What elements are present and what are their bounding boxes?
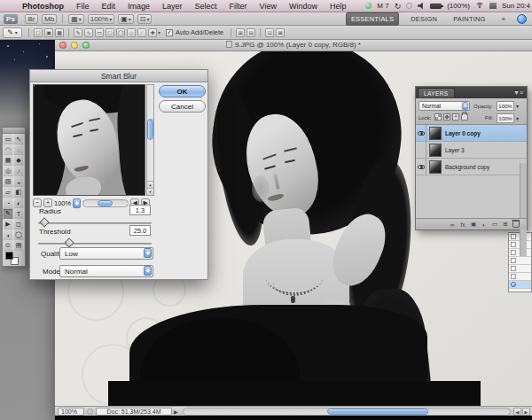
preview-hscroll-thumb[interactable] — [98, 200, 113, 206]
layer-style-icon[interactable]: fx — [459, 222, 466, 228]
layer-row-layer-0-copy[interactable]: Layer 0 copy — [416, 125, 527, 142]
layer-thumbnail[interactable] — [429, 144, 442, 157]
view-extras-button[interactable]: ▦▾ — [68, 14, 84, 24]
pen-option-icon[interactable]: ✎ — [74, 28, 82, 37]
preview-scroll-down-button[interactable]: ▼ — [147, 188, 153, 195]
fill-caret[interactable]: ▾ — [516, 115, 519, 121]
strip-item-active[interactable] — [509, 281, 531, 289]
radius-slider[interactable] — [38, 222, 152, 224]
menu-layer[interactable]: Layer — [156, 2, 189, 11]
panel-menu-icon[interactable]: ▼≡ — [513, 89, 527, 96]
battery-icon[interactable] — [430, 4, 442, 9]
menu-photoshop[interactable]: Photoshop — [16, 2, 70, 11]
menu-filter[interactable]: Filter — [223, 2, 254, 11]
lock-position-icon[interactable] — [452, 113, 459, 121]
menu-clock[interactable]: Sun 20:4 — [502, 2, 530, 10]
paths-mode-icon[interactable]: ▣ — [44, 28, 53, 37]
zoom-in-button[interactable]: + — [43, 198, 52, 207]
zoom-tool[interactable]: ⊙ — [3, 240, 13, 251]
lock-transparency-icon[interactable] — [434, 113, 442, 121]
blend-mode-popup[interactable]: Normal — [419, 101, 470, 111]
path-subtract-icon[interactable]: ⊟ — [246, 28, 255, 37]
status-zoom-field[interactable]: 100% — [58, 408, 84, 416]
zoom-level-dropdown[interactable]: 100%▾ — [88, 14, 114, 24]
line-shape-icon[interactable]: ∕ — [137, 28, 146, 37]
gradient-tool[interactable]: ◧ — [13, 187, 24, 198]
scroll-left-button[interactable]: ◀ — [513, 408, 521, 416]
preview-hscrollbar[interactable] — [82, 199, 129, 207]
volume-icon[interactable] — [418, 3, 425, 10]
fill-pixels-mode-icon[interactable]: ▩ — [55, 28, 64, 37]
layer-thumbnail[interactable] — [429, 127, 442, 140]
visibility-toggle[interactable] — [416, 142, 426, 158]
opacity-caret[interactable]: ▾ — [516, 103, 519, 109]
delete-layer-icon[interactable] — [512, 221, 520, 228]
rectangle-shape-icon[interactable]: ▭ — [95, 28, 104, 37]
horizontal-scrollbar-thumb[interactable] — [327, 408, 428, 415]
horizontal-scrollbar[interactable] — [183, 408, 511, 416]
strip-item[interactable] — [509, 257, 531, 265]
threshold-value-field[interactable]: 25.0 — [129, 225, 151, 236]
adjustment-layer-icon[interactable]: ◐ — [481, 222, 488, 228]
brush-tool[interactable]: ∕ — [13, 166, 24, 176]
ok-button[interactable]: OK — [159, 85, 206, 97]
workspace-design[interactable]: DESIGN — [406, 13, 442, 25]
dialog-title[interactable]: Smart Blur — [30, 70, 207, 82]
scroll-right-button[interactable]: ▶ — [522, 408, 530, 416]
preview-vertical-scrollbar[interactable]: ▲ ▼ — [146, 84, 154, 196]
workspace-essentials[interactable]: ESSENTIALS — [346, 12, 399, 26]
eraser-tool[interactable]: ▱ — [3, 187, 13, 198]
quick-select-tool[interactable]: ◌ — [13, 144, 24, 155]
preview-scroll-up-button[interactable]: ▲ — [147, 181, 153, 188]
mini-bridge-button[interactable]: Mb — [42, 14, 57, 24]
doc-size-field[interactable]: Doc: 51.3M/253.4M — [96, 408, 172, 416]
wifi-icon[interactable] — [475, 3, 484, 9]
screen-mode-button[interactable]: ⊡▾ — [137, 14, 153, 24]
preview-vscroll-thumb[interactable] — [147, 119, 153, 140]
link-layers-icon[interactable]: ∞ — [449, 222, 456, 228]
input-menu-label[interactable]: M 7 — [377, 2, 388, 10]
healing-brush-tool[interactable]: ◎ — [3, 166, 13, 176]
status-arrow-icon[interactable]: ▶ — [172, 408, 180, 415]
layers-scrollbar[interactable] — [520, 163, 527, 256]
eyedropper-tool[interactable]: ◆ — [13, 155, 24, 166]
tools-panel-header[interactable] — [3, 128, 25, 134]
path-add-icon[interactable]: ⊞ — [236, 28, 245, 37]
flag-menu-icon[interactable] — [489, 3, 497, 9]
shape-layers-mode-icon[interactable]: ▢ — [34, 28, 43, 37]
layer-row-background-copy[interactable]: Background copy — [416, 159, 527, 175]
zoom-out-button[interactable]: − — [33, 198, 42, 207]
clone-stamp-tool[interactable]: ▨ — [3, 176, 13, 187]
layer-mask-icon[interactable]: ▣ — [470, 221, 477, 228]
ghost-status-icon[interactable] — [406, 3, 412, 9]
threshold-slider[interactable] — [38, 243, 152, 245]
lock-pixels-icon[interactable] — [443, 113, 450, 121]
path-intersect-icon[interactable]: ⊡ — [265, 28, 274, 37]
sync-icon[interactable]: ↻ — [395, 2, 402, 11]
cancel-button[interactable]: Cancel — [159, 100, 206, 113]
menu-window[interactable]: Window — [283, 2, 324, 11]
menu-edit[interactable]: Edit — [96, 2, 122, 11]
opacity-value-field[interactable]: 100% — [497, 101, 514, 111]
freeform-pen-icon[interactable]: ∿ — [84, 28, 93, 37]
blur-tool[interactable]: ◔ — [3, 198, 13, 208]
type-tool[interactable]: T — [13, 208, 24, 219]
move-tool[interactable]: ↖ — [13, 134, 24, 144]
menu-select[interactable]: Select — [189, 2, 223, 11]
bridge-button[interactable]: Br — [25, 14, 38, 24]
filter-preview[interactable] — [33, 84, 145, 196]
ellipse-shape-icon[interactable]: ◯ — [116, 28, 125, 37]
path-select-tool[interactable]: ▶ — [3, 219, 13, 229]
workspace-painting[interactable]: PAINTING — [449, 13, 489, 25]
strip-item[interactable] — [509, 265, 531, 273]
custom-shape-icon[interactable]: ✚ — [148, 28, 157, 37]
zoom-stepper[interactable] — [73, 198, 81, 208]
rotate-view-tool[interactable]: ◯ — [13, 229, 24, 240]
rounded-rect-shape-icon[interactable]: ▢ — [106, 28, 114, 37]
notes-tool[interactable]: ▤ — [13, 240, 24, 251]
lock-all-icon[interactable] — [461, 113, 468, 121]
arrange-documents-button[interactable]: ▣▾ — [118, 14, 134, 24]
layer-row-layer-3[interactable]: Layer 3 — [416, 142, 527, 159]
dodge-tool[interactable]: ◐ — [13, 198, 24, 208]
lasso-tool[interactable]: ◠ — [3, 144, 13, 155]
